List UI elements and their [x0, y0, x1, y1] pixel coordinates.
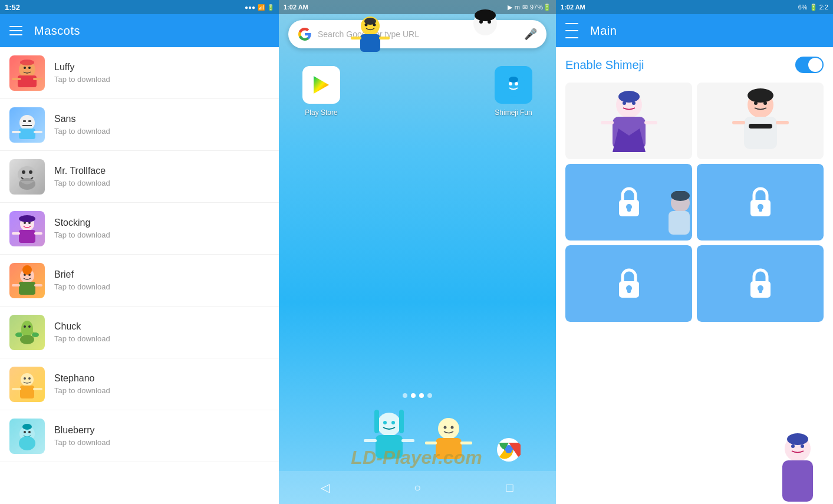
character-card-locked-4[interactable] — [697, 245, 824, 322]
character-card-locked-2[interactable] — [697, 164, 824, 241]
svg-rect-95 — [732, 121, 745, 124]
lock-icon — [746, 266, 775, 301]
svg-rect-106 — [759, 207, 762, 212]
battery-level: 97%🔋 — [530, 4, 551, 11]
right-header: Main — [556, 14, 833, 47]
list-item[interactable]: Stephano Tap to download — [0, 358, 279, 410]
right-panel-title: Main — [590, 24, 617, 38]
google-logo — [298, 27, 312, 41]
svg-rect-8 — [23, 120, 26, 122]
svg-point-14 — [22, 170, 25, 174]
home-button[interactable]: ○ — [406, 476, 429, 499]
mascot-info: Luffy Tap to download — [54, 62, 269, 84]
lock-icon — [614, 266, 644, 301]
list-item[interactable]: Stocking Tap to download — [0, 203, 279, 255]
dot-3 — [419, 393, 424, 398]
download-label: Tap to download — [54, 386, 269, 395]
list-item[interactable]: Luffy Tap to download — [0, 47, 279, 99]
mascot-info: Stephano Tap to download — [54, 373, 269, 395]
dot-2 — [411, 393, 416, 398]
characters-grid — [565, 83, 824, 322]
svg-rect-100 — [627, 207, 631, 212]
list-item[interactable]: Blueberry Tap to download — [0, 410, 279, 462]
mascot-name: Blueberry — [54, 425, 269, 436]
chrome-icon[interactable] — [497, 438, 521, 464]
list-item[interactable]: Brief Tap to download — [0, 255, 279, 307]
avatar — [9, 159, 45, 195]
mascot-name: Brief — [54, 269, 269, 280]
svg-point-92 — [754, 101, 758, 105]
svg-rect-4 — [12, 78, 21, 80]
character-card-sasuke[interactable] — [697, 83, 824, 159]
mascot-name: Stocking — [54, 218, 269, 228]
character-card-locked-3[interactable] — [565, 245, 692, 322]
avatar — [9, 367, 45, 402]
svg-rect-22 — [12, 232, 20, 235]
svg-rect-88 — [601, 121, 614, 124]
svg-rect-27 — [19, 282, 35, 295]
bottom-right-character — [774, 431, 821, 504]
list-item[interactable]: Sans Tap to download — [0, 99, 279, 151]
mascot-info: Brief Tap to download — [54, 269, 269, 291]
svg-rect-3 — [18, 75, 37, 87]
play-store-label: Play Store — [305, 108, 337, 117]
svg-point-40 — [24, 377, 26, 380]
svg-rect-23 — [34, 232, 42, 235]
play-store-icon-item[interactable]: Play Store — [302, 66, 340, 117]
svg-rect-29 — [12, 284, 20, 286]
microphone-icon[interactable]: 🎤 — [524, 28, 537, 41]
svg-point-85 — [623, 101, 626, 105]
svg-point-33 — [28, 325, 31, 328]
menu-button[interactable] — [9, 26, 22, 35]
character-miku — [363, 410, 416, 469]
svg-rect-55 — [351, 37, 361, 39]
battery-icon: 🔋 — [267, 4, 274, 11]
svg-point-32 — [24, 325, 26, 328]
enable-toggle[interactable] — [795, 57, 824, 73]
right-time: 1:02 AM — [561, 4, 585, 11]
svg-rect-68 — [399, 410, 404, 433]
mascot-list: Luffy Tap to download Sans Tap to dow — [0, 47, 279, 504]
back-button[interactable]: ◁ — [313, 476, 337, 499]
mascot-info: Sans Tap to download — [54, 114, 269, 136]
svg-rect-96 — [776, 121, 789, 124]
svg-point-114 — [787, 433, 808, 445]
bottom-characters — [363, 410, 472, 469]
list-item[interactable]: Mr. Trollface Tap to download — [0, 151, 279, 203]
svg-point-65 — [509, 77, 518, 83]
svg-rect-94 — [744, 117, 777, 149]
right-status-icons: 6% 🔋 2:2 — [798, 4, 828, 11]
svg-point-93 — [763, 101, 767, 105]
svg-rect-30 — [34, 284, 42, 286]
enable-shimeji-row: Enable Shimeji — [565, 57, 824, 73]
left-status-icons: ●●● 📶 🔋 — [245, 4, 274, 11]
left-panel-title: Mascots — [34, 24, 80, 38]
svg-point-48 — [19, 436, 35, 450]
mascot-info: Mr. Trollface Tap to download — [54, 166, 269, 187]
right-panel: 1:02 AM 6% 🔋 2:2 Main Enable Shimeji — [556, 0, 833, 504]
email-icon: ✉ — [522, 4, 528, 11]
svg-point-47 — [28, 431, 31, 433]
svg-point-69 — [383, 421, 387, 424]
avatar — [9, 263, 45, 298]
dot-1 — [403, 393, 407, 398]
download-label: Tap to download — [54, 230, 269, 239]
right-menu-button[interactable] — [565, 23, 578, 38]
shimeji-icon-item[interactable]: Shimeji Fun — [495, 66, 532, 117]
list-item[interactable]: Chuck Tap to download — [0, 307, 279, 358]
svg-rect-97 — [749, 124, 772, 129]
recents-button[interactable]: □ — [498, 476, 522, 499]
svg-point-116 — [801, 444, 804, 448]
avatar — [9, 419, 45, 454]
svg-rect-109 — [627, 288, 631, 293]
mascot-name: Chuck — [54, 321, 269, 332]
mascot-info: Blueberry Tap to download — [54, 425, 269, 447]
mascot-info: Stocking Tap to download — [54, 218, 269, 239]
svg-point-63 — [509, 82, 512, 85]
character-card-locked-1[interactable] — [565, 164, 692, 241]
avatar — [9, 107, 45, 143]
svg-point-28 — [22, 265, 32, 275]
svg-point-53 — [373, 24, 376, 27]
character-card-hinata[interactable] — [565, 83, 692, 159]
svg-point-60 — [488, 20, 491, 24]
